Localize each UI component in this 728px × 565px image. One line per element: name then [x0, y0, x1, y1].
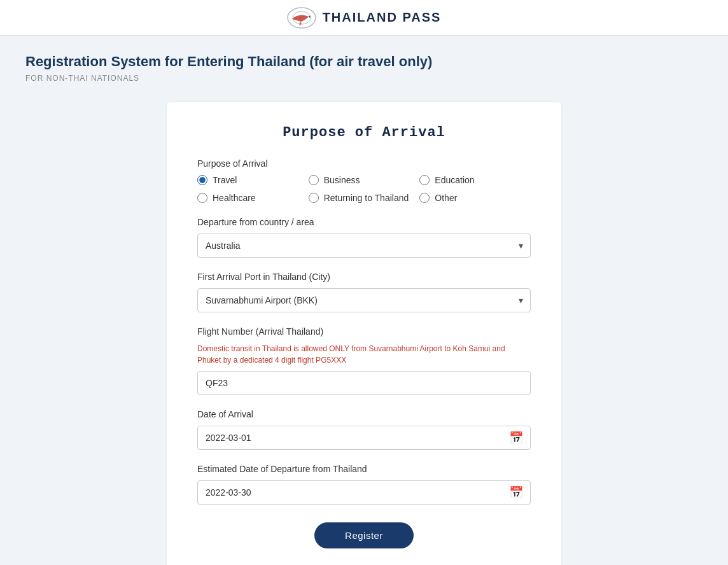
arrival-port-select[interactable]: Suvarnabhumi Airport (BKK) Don Mueang Ai…: [197, 288, 531, 312]
arrival-port-group: First Arrival Port in Thailand (City) Su…: [197, 272, 531, 312]
estimated-departure-input[interactable]: [197, 480, 531, 505]
radio-education[interactable]: Education: [419, 175, 531, 185]
radio-other-label: Other: [435, 193, 457, 203]
arrival-port-wrapper: Suvarnabhumi Airport (BKK) Don Mueang Ai…: [197, 288, 531, 312]
flight-number-group: Flight Number (Arrival Thailand) Domesti…: [197, 326, 531, 395]
page-title: Registration System for Entering Thailan…: [25, 53, 703, 70]
estimated-departure-group: Estimated Date of Departure from Thailan…: [197, 464, 531, 505]
radio-healthcare-input[interactable]: [197, 193, 207, 203]
radio-travel[interactable]: Travel: [197, 175, 309, 185]
purpose-radio-grid: Travel Business Education Healthcare: [197, 175, 531, 203]
radio-business-label: Business: [324, 175, 360, 185]
form-section: Purpose of Arrival Purpose of Arrival Tr…: [167, 102, 561, 565]
logo-icon: [287, 6, 316, 29]
purpose-of-arrival-label: Purpose of Arrival: [197, 158, 531, 169]
departure-country-select[interactable]: Australia United Kingdom United States G…: [197, 234, 531, 258]
radio-other-input[interactable]: [419, 193, 430, 203]
page-body: Registration System for Entering Thailan…: [0, 36, 728, 565]
page-subtitle: FOR NON-THAI NATIONALS: [25, 74, 703, 83]
radio-business-input[interactable]: [309, 175, 319, 185]
radio-healthcare[interactable]: Healthcare: [197, 193, 309, 203]
radio-returning-input[interactable]: [309, 193, 319, 203]
purpose-of-arrival-group: Purpose of Arrival Travel Business Educa…: [197, 158, 531, 203]
estimated-departure-label: Estimated Date of Departure from Thailan…: [197, 464, 531, 474]
form-section-title: Purpose of Arrival: [197, 125, 531, 141]
radio-returning[interactable]: Returning to Thailand: [309, 193, 420, 203]
date-of-arrival-input[interactable]: [197, 426, 531, 450]
flight-number-input[interactable]: [197, 371, 531, 395]
header: THAILAND PASS: [0, 0, 728, 36]
radio-business[interactable]: Business: [309, 175, 420, 185]
arrival-port-label: First Arrival Port in Thailand (City): [197, 272, 531, 282]
radio-education-label: Education: [435, 175, 474, 185]
radio-other[interactable]: Other: [419, 193, 531, 203]
date-of-arrival-label: Date of Arrival: [197, 409, 531, 419]
radio-education-input[interactable]: [419, 175, 430, 185]
date-of-arrival-group: Date of Arrival 📅: [197, 409, 531, 450]
radio-travel-label: Travel: [213, 175, 237, 185]
radio-travel-input[interactable]: [197, 175, 207, 185]
radio-healthcare-label: Healthcare: [213, 193, 256, 203]
departure-country-label: Departure from country / area: [197, 217, 531, 227]
flight-number-label: Flight Number (Arrival Thailand): [197, 326, 531, 337]
logo-text: THAILAND PASS: [323, 10, 442, 25]
flight-number-warning: Domestic transit in Thailand is allowed …: [197, 343, 531, 366]
date-of-arrival-wrapper: 📅: [197, 426, 531, 450]
register-button[interactable]: Register: [314, 522, 414, 548]
departure-country-wrapper: Australia United Kingdom United States G…: [197, 234, 531, 258]
estimated-departure-wrapper: 📅: [197, 480, 531, 505]
logo-container: THAILAND PASS: [287, 6, 442, 29]
departure-country-group: Departure from country / area Australia …: [197, 217, 531, 258]
radio-returning-label: Returning to Thailand: [324, 193, 409, 203]
